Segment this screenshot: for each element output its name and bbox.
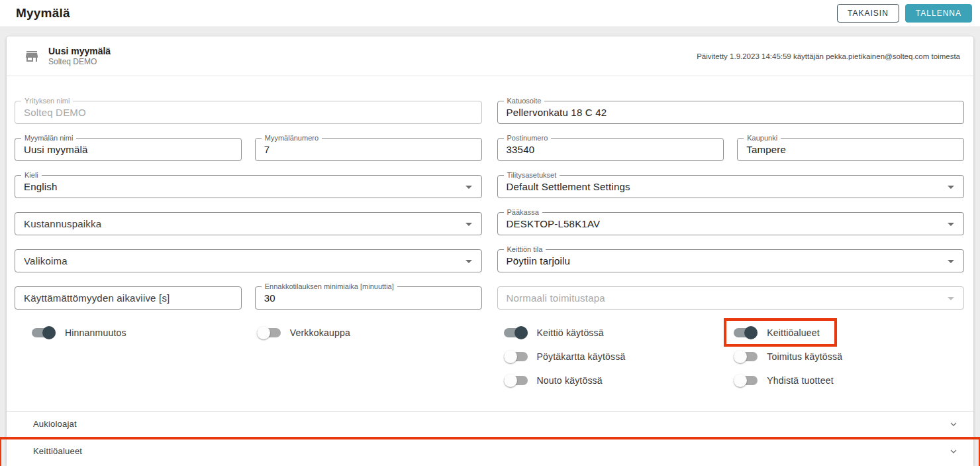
toggle-label: Keittiö käytössä (537, 327, 604, 338)
store-name-field[interactable]: Myymälän nimi Uusi myymälä (15, 138, 242, 161)
field-placeholder: Käyttämättömyyden aikaviive [s] (24, 292, 170, 304)
chevron-down-icon (948, 419, 959, 430)
accordion-kitchen-areas[interactable]: Keittiöalueet (7, 438, 973, 463)
kitchen-state-select[interactable]: Keittiön tila Pöytiin tarjoilu (497, 249, 965, 272)
street-address-field[interactable]: Katuosoite Pellervonkatu 18 C 42 (497, 101, 965, 124)
cost-center-select[interactable]: Kustannuspaikka (15, 212, 482, 235)
switch-icon (734, 374, 758, 387)
toggle-label: Verkkokauppa (290, 327, 350, 338)
toggle-yhdista-tuotteet[interactable]: Yhdistä tuotteet (734, 374, 834, 387)
toggle-hinnanmuutos[interactable]: Hinnanmuutos (32, 326, 126, 339)
dropdown-arrow-icon (948, 260, 954, 263)
store-number-field[interactable]: Myymälänumero 7 (255, 138, 482, 161)
chevron-down-icon (948, 446, 959, 457)
toggle-label: Nouto käytössä (537, 375, 603, 386)
page-title: Myymälä (16, 6, 70, 21)
dropdown-arrow-icon (466, 186, 472, 189)
toggle-label: Keittiöalueet (767, 327, 820, 338)
store-form: Yrityksen nimi Solteq DEMO Myymälän nimi… (7, 76, 973, 387)
toggle-keittio-kaytossa[interactable]: Keittiö käytössä (504, 326, 604, 339)
switch-icon (257, 326, 281, 339)
field-value: English (24, 181, 58, 192)
toggle-keittioalueet[interactable]: Keittiöalueet (734, 326, 820, 339)
company-name-field: Yrityksen nimi Solteq DEMO (15, 101, 482, 124)
field-value: Solteq DEMO (24, 107, 86, 118)
field-value: Tampere (746, 144, 786, 155)
field-placeholder: Normaali toimitustapa (507, 292, 605, 304)
toggle-toimitus-kaytossa[interactable]: Toimitus käytössä (734, 350, 842, 363)
field-value: Default Settlement Settings (507, 181, 630, 192)
accordion-opening-hours[interactable]: Aukioloajat (7, 411, 973, 436)
switch-icon (504, 350, 528, 363)
topbar: Myymälä TAKAISIN TALLENNA (0, 0, 980, 27)
toggle-verkkokauppa[interactable]: Verkkokauppa (257, 326, 350, 339)
store-company: Solteq DEMO (48, 57, 111, 66)
field-label: Tilitysasetukset (504, 171, 560, 179)
field-value: Pöytiin tarjoilu (507, 255, 571, 266)
toggle-poytakartta-kaytossa[interactable]: Pöytäkartta käytössä (504, 350, 626, 363)
delivery-method-select: Normaali toimitustapa (497, 286, 965, 310)
left-toggles: Hinnanmuutos Verkkokauppa (15, 326, 482, 339)
postal-code-field[interactable]: Postinumero 33540 (497, 138, 724, 161)
form-right-column: Katuosoite Pellervonkatu 18 C 42 Postinu… (497, 101, 965, 387)
toggle-label: Yhdistä tuotteet (767, 375, 834, 386)
field-label: Pääkassa (504, 208, 542, 216)
field-value: Uusi myymälä (24, 144, 88, 155)
switch-icon (504, 326, 528, 339)
store-heading: Uusi myymälä Solteq DEMO (48, 46, 111, 66)
main-register-select[interactable]: Pääkassa DESKTOP-L58K1AV (497, 212, 965, 235)
field-label: Kaupunki (744, 134, 781, 142)
switch-icon (734, 350, 758, 363)
field-placeholder: Valikoima (24, 255, 68, 266)
field-label: Kieli (21, 171, 42, 179)
switch-icon (504, 374, 528, 387)
field-value: Pellervonkatu 18 C 42 (507, 107, 607, 118)
field-label: Myymälän nimi (21, 134, 76, 142)
card-header: Uusi myymälä Solteq DEMO Päivitetty 1.9.… (7, 36, 973, 76)
field-label: Ennakkotilauksen minimiaika [minuuttia] (262, 282, 397, 290)
field-label: Myymälänumero (262, 134, 322, 142)
store-icon (24, 48, 40, 64)
store-card: Uusi myymälä Solteq DEMO Päivitetty 1.9.… (7, 36, 973, 466)
back-button[interactable]: TAKAISIN (837, 4, 899, 23)
toggle-label: Toimitus käytössä (767, 351, 842, 362)
field-label: Postinumero (504, 134, 552, 142)
dropdown-arrow-icon (948, 186, 954, 189)
assortment-select[interactable]: Valikoima (15, 249, 482, 272)
field-placeholder: Kustannuspaikka (24, 218, 101, 229)
topbar-actions: TAKAISIN TALLENNA (837, 4, 972, 23)
language-select[interactable]: Kieli English (15, 175, 482, 198)
accordion-section: Aukioloajat Keittiöalueet (7, 411, 973, 463)
field-value: DESKTOP-L58K1AV (507, 218, 601, 229)
field-value: 7 (264, 144, 270, 155)
dropdown-arrow-icon (948, 297, 954, 300)
annotation-highlight-box (0, 437, 980, 466)
toggle-label: Hinnanmuutos (65, 327, 126, 338)
accordion-label: Aukioloajat (33, 419, 77, 429)
accordion-label: Keittiöalueet (33, 446, 82, 456)
city-field[interactable]: Kaupunki Tampere (737, 138, 964, 161)
field-value: 30 (264, 292, 275, 304)
last-updated-info: Päivitetty 1.9.2023 14:45:59 käyttäjän p… (697, 52, 960, 60)
store-name: Uusi myymälä (48, 46, 111, 56)
toggle-nouto-kaytossa[interactable]: Nouto käytössä (504, 374, 603, 387)
switch-icon (32, 326, 56, 339)
dropdown-arrow-icon (948, 223, 954, 226)
form-left-column: Yrityksen nimi Solteq DEMO Myymälän nimi… (15, 101, 482, 387)
save-button[interactable]: TALLENNA (905, 4, 972, 23)
toggle-label: Pöytäkartta käytössä (537, 351, 626, 362)
field-label: Katuosoite (504, 97, 545, 105)
field-value: 33540 (507, 144, 535, 155)
field-label: Yrityksen nimi (21, 97, 73, 105)
right-toggles: Keittiö käytössä Keittiöalueet Pöytäkart… (497, 326, 965, 387)
dropdown-arrow-icon (466, 260, 472, 263)
switch-icon (734, 326, 758, 339)
settlement-settings-select[interactable]: Tilitysasetukset Default Settlement Sett… (497, 175, 965, 198)
dropdown-arrow-icon (466, 223, 472, 226)
preorder-min-field[interactable]: Ennakkotilauksen minimiaika [minuuttia] … (255, 286, 482, 310)
idle-delay-field[interactable]: Käyttämättömyyden aikaviive [s] (15, 286, 242, 310)
field-label: Keittiön tila (504, 245, 546, 253)
